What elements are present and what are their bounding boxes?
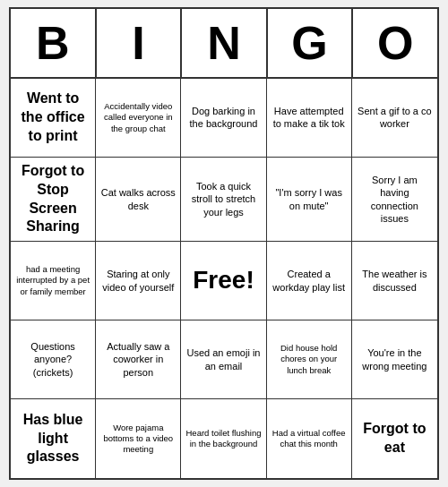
bingo-cell-12[interactable]: Free! <box>181 242 266 320</box>
bingo-cell-2[interactable]: Dog barking in the background <box>181 79 266 158</box>
bingo-cell-16[interactable]: Actually saw a coworker in person <box>96 320 181 399</box>
bingo-cell-3[interactable]: Have attempted to make a tik tok <box>267 79 352 158</box>
bingo-cell-11[interactable]: Staring at only video of yourself <box>96 242 181 320</box>
bingo-header: BINGO <box>11 9 437 79</box>
bingo-cell-1[interactable]: Accidentally video called everyone in th… <box>96 79 181 158</box>
bingo-cell-23[interactable]: Had a virtual coffee chat this month <box>267 399 352 478</box>
bingo-cell-18[interactable]: Did house hold chores on your lunch brea… <box>267 320 352 399</box>
bingo-letter-n: N <box>182 9 268 79</box>
bingo-letter-b: B <box>11 9 97 79</box>
bingo-cell-10[interactable]: had a meeting interrupted by a pet or fa… <box>11 242 96 320</box>
bingo-letter-i: I <box>97 9 183 79</box>
bingo-cell-5[interactable]: Forgot to Stop Screen Sharing <box>11 158 96 242</box>
bingo-cell-19[interactable]: You're in the wrong meeting <box>352 320 437 399</box>
bingo-cell-22[interactable]: Heard toilet flushing in the background <box>181 399 266 478</box>
bingo-cell-7[interactable]: Took a quick stroll to stretch your legs <box>181 158 266 242</box>
bingo-grid: Went to the office to printAccidentally … <box>11 79 437 478</box>
bingo-cell-17[interactable]: Used an emoji in an email <box>181 320 266 399</box>
bingo-card: BINGO Went to the office to printAcciden… <box>9 7 439 480</box>
bingo-cell-0[interactable]: Went to the office to print <box>11 79 96 158</box>
bingo-letter-g: G <box>268 9 354 79</box>
bingo-cell-14[interactable]: The weather is discussed <box>352 242 437 320</box>
bingo-cell-9[interactable]: Sorry I am having connection issues <box>352 158 437 242</box>
bingo-cell-8[interactable]: "I'm sorry I was on mute" <box>267 158 352 242</box>
bingo-cell-13[interactable]: Created a workday play list <box>267 242 352 320</box>
bingo-cell-4[interactable]: Sent a gif to a co worker <box>352 79 437 158</box>
bingo-letter-o: O <box>353 9 437 79</box>
bingo-cell-15[interactable]: Questions anyone? (crickets) <box>11 320 96 399</box>
bingo-cell-6[interactable]: Cat walks across desk <box>96 158 181 242</box>
bingo-cell-24[interactable]: Forgot to eat <box>352 399 437 478</box>
bingo-cell-21[interactable]: Wore pajama bottoms to a video meeting <box>96 399 181 478</box>
bingo-cell-20[interactable]: Has blue light glasses <box>11 399 96 478</box>
